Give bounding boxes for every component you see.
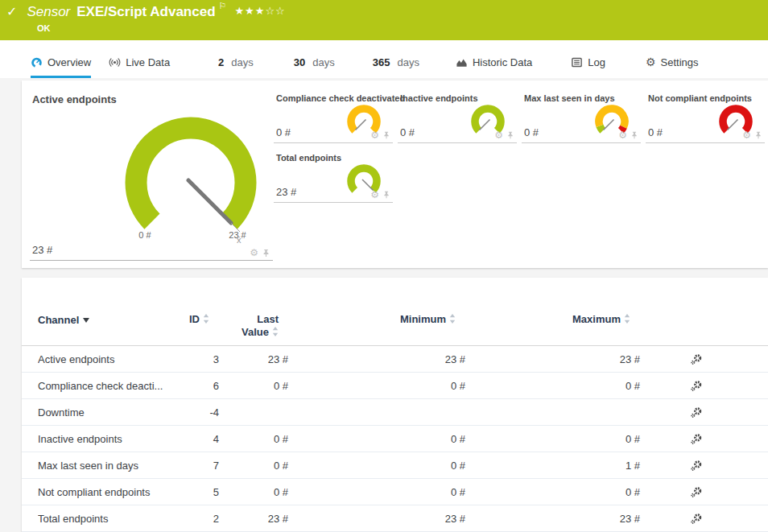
pin-icon[interactable] bbox=[382, 131, 390, 139]
gear-icon[interactable]: ⚙ bbox=[370, 130, 379, 140]
gauge-needle bbox=[604, 120, 614, 130]
gauge-cell-active-endpoints[interactable]: Active endpoints x̄ 0 # 23 # 23 # ⚙ bbox=[30, 87, 273, 261]
channel-maximum: 0 # bbox=[465, 486, 640, 498]
channel-settings-icon[interactable] bbox=[690, 513, 702, 525]
column-label: Maximum bbox=[572, 313, 621, 325]
gauge-title: Active endpoints bbox=[32, 93, 117, 105]
flag-icon[interactable]: ⚐ bbox=[219, 1, 227, 11]
pin-icon[interactable] bbox=[382, 191, 390, 199]
channel-settings-icon[interactable] bbox=[690, 406, 702, 419]
gauge-cell-inactive-endpoints[interactable]: Inactive endpoints 0 # ⚙ bbox=[398, 90, 517, 143]
column-header-id[interactable]: ID bbox=[171, 313, 219, 327]
sort-icon bbox=[624, 314, 630, 327]
table-row: Not compliant endpoints 5 0 # 0 # 0 # bbox=[22, 479, 768, 505]
channel-id: 5 bbox=[171, 486, 219, 498]
gear-icon: ⚙ bbox=[646, 56, 656, 68]
channel-settings-icon[interactable] bbox=[690, 486, 702, 498]
table-header-row: Channel ID Last Value Minimum Maximum bbox=[22, 278, 768, 346]
tab-label: Overview bbox=[47, 56, 91, 68]
table-row: Downtime -4 bbox=[22, 399, 768, 426]
gauge-title: Inactive endpoints bbox=[400, 93, 478, 103]
gauges-panel: Active endpoints x̄ 0 # 23 # 23 # ⚙ Comp… bbox=[22, 80, 768, 268]
tab-live-data[interactable]: Live Data bbox=[109, 56, 170, 78]
object-kind-label: Sensor bbox=[27, 4, 70, 20]
tab-number: 2 bbox=[218, 56, 224, 68]
area-chart-icon bbox=[456, 56, 468, 68]
gauge-scale-min: 0 # bbox=[138, 230, 151, 240]
gauge-cell-total-endpoints[interactable]: Total endpoints 23 # ⚙ bbox=[274, 150, 393, 203]
channel-settings-icon[interactable] bbox=[690, 380, 702, 392]
tab-unit: days bbox=[312, 56, 334, 68]
stars-filled[interactable]: ★★★ bbox=[234, 5, 265, 17]
gauge-title: Compliance check deactivated bbox=[276, 93, 405, 103]
gauge-value: 0 # bbox=[400, 126, 415, 138]
column-header-minimum[interactable]: Minimum bbox=[288, 313, 465, 327]
channel-last-value: 0 # bbox=[219, 380, 288, 392]
sort-icon bbox=[272, 327, 279, 340]
gear-icon[interactable]: ⚙ bbox=[370, 190, 379, 200]
gauge-cell-max-last-seen-in-days[interactable]: Max last seen in days 0 # ⚙ bbox=[522, 90, 641, 143]
gear-icon[interactable]: ⚙ bbox=[494, 130, 503, 140]
channel-settings-icon[interactable] bbox=[690, 433, 702, 445]
channel-name: Total endpoints bbox=[38, 513, 171, 525]
tab-30-days[interactable]: 30days bbox=[294, 56, 335, 78]
pin-icon[interactable] bbox=[630, 131, 638, 139]
channel-settings-icon[interactable] bbox=[690, 460, 702, 472]
tab-number: 365 bbox=[373, 56, 390, 68]
channel-maximum: 0 # bbox=[465, 433, 640, 445]
stars-empty[interactable]: ☆☆ bbox=[265, 5, 285, 17]
gauge-value: 0 # bbox=[276, 126, 291, 138]
gauge-needle bbox=[480, 120, 490, 130]
tab-365-days[interactable]: 365days bbox=[373, 56, 419, 78]
priority-star-rating[interactable]: ★★★☆☆ bbox=[234, 4, 285, 19]
tab-overview[interactable]: Overview bbox=[31, 56, 91, 78]
tab-label: Log bbox=[588, 56, 605, 68]
channel-last-value: 0 # bbox=[219, 460, 288, 472]
tab-settings[interactable]: ⚙ Settings bbox=[646, 56, 699, 78]
gauge-icon bbox=[31, 56, 43, 68]
column-header-channel[interactable]: Channel bbox=[38, 313, 171, 327]
gauge-chart: x̄ 0 # 23 # bbox=[114, 106, 267, 259]
gauge-title: Total endpoints bbox=[276, 153, 341, 163]
table-row: Inactive endpoints 4 0 # 0 # 0 # bbox=[22, 426, 768, 452]
gear-icon[interactable]: ⚙ bbox=[250, 248, 258, 258]
status-check-icon: ✓ bbox=[6, 4, 17, 20]
gauge-value: 0 # bbox=[524, 126, 539, 138]
gauge-value: 23 # bbox=[276, 186, 296, 198]
tab-label: Historic Data bbox=[473, 56, 532, 68]
gauge-needle bbox=[728, 120, 738, 130]
channel-maximum: 23 # bbox=[465, 353, 640, 365]
channel-maximum: 0 # bbox=[465, 380, 640, 392]
gear-icon[interactable]: ⚙ bbox=[742, 130, 751, 140]
channel-settings-icon[interactable] bbox=[690, 353, 702, 365]
pin-icon[interactable] bbox=[506, 131, 514, 139]
broadcast-icon bbox=[109, 56, 121, 68]
column-header-last-value[interactable]: Last Value bbox=[219, 313, 288, 340]
sensor-title: EXE/Script Advanced bbox=[76, 4, 215, 20]
channel-maximum: 1 # bbox=[465, 460, 640, 472]
tab-historic-data[interactable]: Historic Data bbox=[456, 56, 532, 78]
channel-id: -4 bbox=[171, 406, 219, 419]
sensor-status-header: ✓ Sensor EXE/Script Advanced ⚐ ★★★☆☆ OK bbox=[0, 0, 768, 40]
gauge-cell-compliance-check-deactivated[interactable]: Compliance check deactivated 0 # ⚙ bbox=[274, 90, 393, 143]
sort-desc-icon bbox=[83, 313, 89, 326]
channel-name: Active endpoints bbox=[38, 353, 171, 365]
log-icon bbox=[571, 56, 583, 68]
gear-icon[interactable]: ⚙ bbox=[618, 130, 627, 140]
tab-2-days[interactable]: 2days bbox=[218, 56, 254, 78]
channel-minimum: 23 # bbox=[288, 353, 465, 365]
tab-unit: days bbox=[231, 56, 253, 68]
gauge-cell-not-compliant-endpoints[interactable]: Not compliant endpoints 0 # ⚙ bbox=[646, 90, 765, 143]
gauge-value: 0 # bbox=[648, 126, 663, 138]
column-header-maximum[interactable]: Maximum bbox=[465, 313, 640, 327]
tab-log[interactable]: Log bbox=[571, 56, 605, 78]
channel-minimum: 0 # bbox=[288, 486, 465, 498]
channel-maximum: 23 # bbox=[465, 513, 640, 525]
table-row: Max last seen in days 7 0 # 0 # 1 # bbox=[22, 452, 768, 479]
gauge-scale-max: 23 # bbox=[229, 230, 246, 240]
pin-icon[interactable] bbox=[754, 131, 762, 139]
gauge-needle bbox=[188, 180, 231, 223]
tab-label: Settings bbox=[661, 56, 699, 68]
table-row: Compliance check deacti... 6 0 # 0 # 0 # bbox=[22, 373, 768, 399]
pin-icon[interactable] bbox=[262, 249, 270, 258]
